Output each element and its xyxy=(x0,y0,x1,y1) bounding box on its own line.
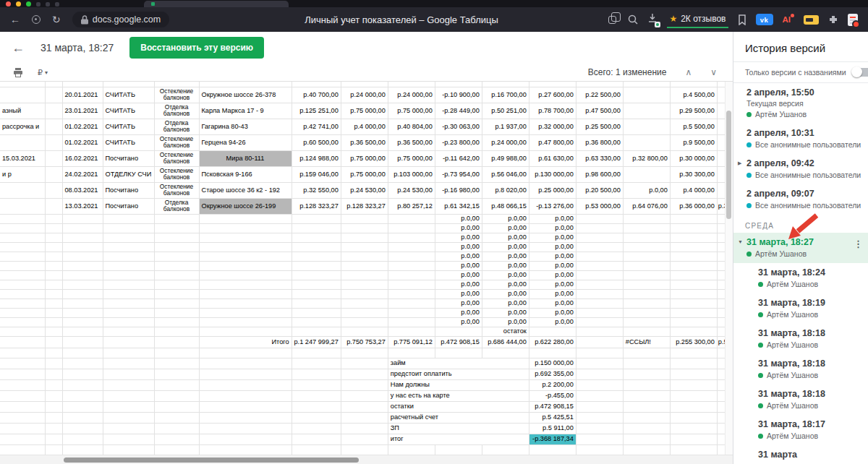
sheet-cell[interactable]: р.0,00 xyxy=(482,280,529,289)
sheet-cell[interactable]: р.25 500,00 xyxy=(576,119,623,134)
sheet-cell[interactable]: р.75 000,00 xyxy=(388,150,435,166)
sheet-cell[interactable]: р.0,00 xyxy=(482,214,529,223)
sheet-cell[interactable] xyxy=(623,379,670,390)
sheet-cell[interactable] xyxy=(103,289,154,298)
sheet-cell[interactable] xyxy=(0,444,45,455)
sheet-cell[interactable]: р.32 000,00 xyxy=(529,119,576,134)
sheet-cell[interactable] xyxy=(670,369,717,379)
sheet-cell[interactable] xyxy=(670,280,717,289)
sheet-cell[interactable]: р.0,00 xyxy=(435,317,482,327)
sheet-cell[interactable] xyxy=(45,444,62,455)
sheet-cell[interactable] xyxy=(0,298,45,308)
sheet-cell[interactable] xyxy=(0,182,45,198)
sheet-cell[interactable]: р.56 046,00 xyxy=(482,166,529,182)
sheet-cell[interactable]: р.128 323,27 xyxy=(341,198,388,214)
sheet-cell[interactable] xyxy=(154,390,199,401)
sheet-cell[interactable]: р.25 000,00 xyxy=(529,182,576,198)
sheet-cell[interactable] xyxy=(199,423,292,434)
sheet-cell[interactable] xyxy=(154,327,199,336)
sheet-cell[interactable] xyxy=(341,412,388,423)
sheet-cell[interactable] xyxy=(292,390,341,401)
sheet-cell[interactable] xyxy=(388,252,435,261)
vk-extension-icon[interactable]: vk xyxy=(756,14,773,25)
sheet-cell[interactable] xyxy=(103,82,154,87)
sheet-cell[interactable] xyxy=(576,242,623,252)
sheet-cell[interactable] xyxy=(576,223,623,233)
sheet-cell[interactable] xyxy=(45,412,62,423)
sheet-cell[interactable] xyxy=(388,298,435,308)
sheet-cell[interactable]: р.0,00 xyxy=(529,270,576,280)
sheet-cell[interactable] xyxy=(576,289,623,298)
sheet-cell[interactable] xyxy=(62,327,103,336)
sheet-cell[interactable] xyxy=(154,298,199,308)
overflow-menu-icon[interactable]: ⋮ xyxy=(854,239,863,249)
sheet-cell[interactable] xyxy=(576,252,623,261)
sheet-cell[interactable] xyxy=(0,348,45,358)
sheet-cell[interactable] xyxy=(292,412,341,423)
sheet-cell[interactable] xyxy=(103,261,154,270)
sheet-cell[interactable] xyxy=(0,198,45,214)
sheet-cell[interactable] xyxy=(576,261,623,270)
sheet-cell[interactable] xyxy=(576,348,623,358)
sheet-cell[interactable] xyxy=(292,82,341,87)
sheet-cell[interactable] xyxy=(199,252,292,261)
sheet-cell[interactable] xyxy=(0,308,45,317)
sheet-cell[interactable]: р.36 000,00 xyxy=(670,198,717,214)
sheet-cell[interactable] xyxy=(103,327,154,336)
sheet-cell[interactable] xyxy=(199,379,292,390)
sheet-cell[interactable] xyxy=(45,261,62,270)
sheet-cell[interactable] xyxy=(292,369,341,379)
sheet-cell[interactable] xyxy=(0,214,45,223)
sheet-cell[interactable] xyxy=(0,261,45,270)
sheet-cell[interactable]: 24.02.2021 xyxy=(62,166,103,182)
sheet-cell[interactable] xyxy=(623,423,670,434)
sheet-cell[interactable]: р.0,00 xyxy=(435,270,482,280)
sheet-cell[interactable] xyxy=(45,252,62,261)
pinned-tab-icon[interactable] xyxy=(55,2,59,7)
sheet-cell[interactable] xyxy=(154,289,199,298)
sheet-cell[interactable]: р.5 425,51 xyxy=(529,412,576,423)
sheet-cell[interactable] xyxy=(576,390,623,401)
sheet-cell[interactable] xyxy=(154,434,199,444)
sheet-cell[interactable] xyxy=(623,82,670,87)
pinned-tab-icon[interactable] xyxy=(36,2,41,7)
next-change-button[interactable]: ∨ xyxy=(710,67,717,77)
sheet-cell[interactable] xyxy=(62,261,103,270)
sheet-cell[interactable] xyxy=(45,134,62,150)
sheet-cell[interactable]: р.2 200,00 xyxy=(529,379,576,390)
sheet-cell[interactable] xyxy=(388,348,435,358)
sheet-cell[interactable] xyxy=(62,298,103,308)
sheet-cell[interactable]: р.24 000,00 xyxy=(482,134,529,150)
sheet-cell[interactable]: Остекление балконов xyxy=(154,87,199,103)
sheet-cell[interactable]: р.8 020,00 xyxy=(482,182,529,198)
sheet-cell[interactable] xyxy=(154,214,199,223)
sheet-cell[interactable] xyxy=(292,270,341,280)
sheet-cell[interactable] xyxy=(341,358,388,369)
sheet-cell[interactable]: р.64 076,00 xyxy=(623,198,670,214)
sheet-cell[interactable] xyxy=(103,308,154,317)
sheet-cell[interactable] xyxy=(670,270,717,280)
sheet-cell[interactable] xyxy=(62,348,103,358)
sheet-cell[interactable]: р.0,00 xyxy=(435,252,482,261)
sheet-cell[interactable] xyxy=(623,390,670,401)
sheet-cell[interactable] xyxy=(292,242,341,252)
sheet-cell[interactable]: у нас есть на карте xyxy=(388,390,529,401)
version-entry[interactable]: 31 марта, 18:24Артём Ушанов xyxy=(733,263,868,293)
sheet-cell[interactable]: р.0,00 xyxy=(435,233,482,242)
sheet-cell[interactable] xyxy=(0,242,45,252)
sheet-cell[interactable]: р.1 937,00 xyxy=(482,119,529,134)
sheet-cell[interactable]: р.61 630,00 xyxy=(529,150,576,166)
sheet-cell[interactable] xyxy=(388,327,435,336)
sheet-cell[interactable] xyxy=(576,298,623,308)
sheet-cell[interactable] xyxy=(62,369,103,379)
sheet-cell[interactable] xyxy=(103,242,154,252)
sheet-cell[interactable]: р.4 000,00 xyxy=(670,182,717,198)
sheet-cell[interactable] xyxy=(341,423,388,434)
sheet-cell[interactable]: -р.368 187,34 xyxy=(529,434,576,444)
sheet-cell[interactable] xyxy=(0,82,45,87)
sheet-cell[interactable] xyxy=(0,336,45,348)
sheet-cell[interactable]: р.32 800,00 xyxy=(623,150,670,166)
sheet-cell[interactable]: 16.02.2021 xyxy=(62,150,103,166)
address-bar[interactable]: docs.google.com xyxy=(72,12,170,27)
version-entry[interactable]: 31 марта, 18:18Артём Ушанов xyxy=(733,384,868,415)
